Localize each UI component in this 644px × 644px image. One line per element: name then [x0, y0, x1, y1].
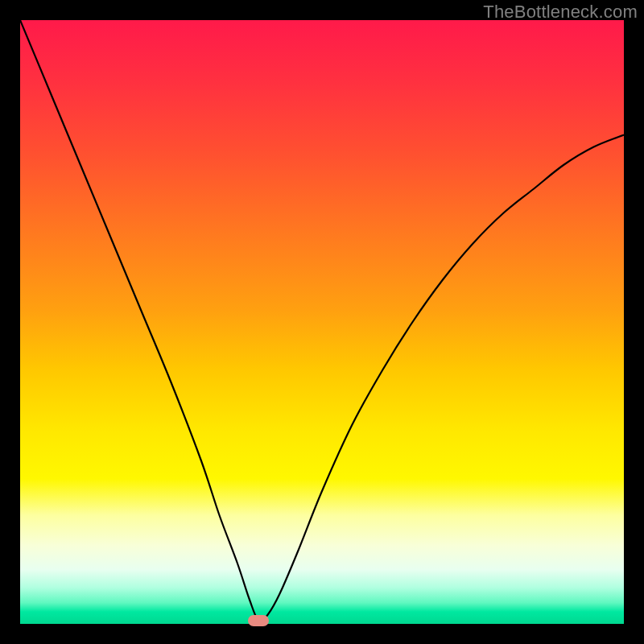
bottleneck-curve — [20, 20, 624, 624]
chart-container: TheBottleneck.com — [0, 0, 644, 644]
plot-area — [20, 20, 624, 624]
watermark-text: TheBottleneck.com — [483, 2, 638, 23]
optimum-marker — [248, 615, 269, 626]
